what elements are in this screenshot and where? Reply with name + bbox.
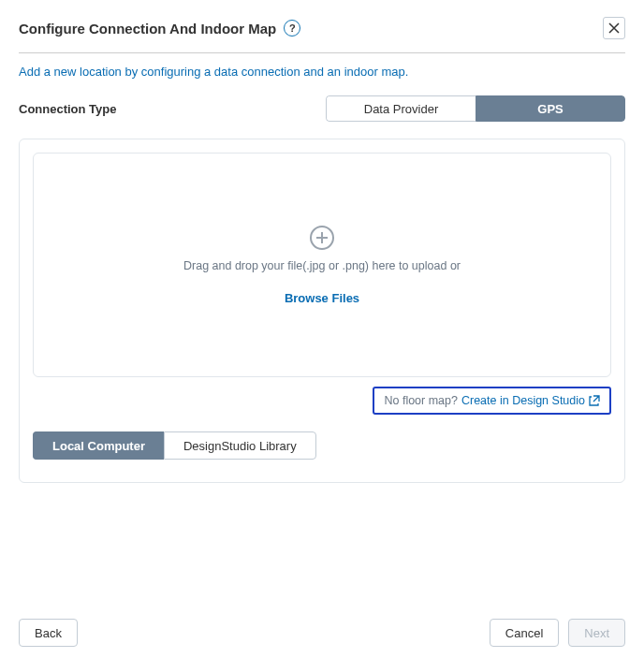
subtitle-text: Add a new location by configuring a data… bbox=[19, 65, 625, 79]
studio-link-label: Create in Design Studio bbox=[461, 394, 585, 407]
drop-instruction: Drag and drop your file(.jpg or .png) he… bbox=[183, 259, 461, 272]
connection-type-toggle: Data Provider GPS bbox=[326, 95, 625, 122]
page-title: Configure Connection And Indoor Map bbox=[19, 21, 276, 37]
create-in-design-studio-link[interactable]: Create in Design Studio bbox=[461, 394, 600, 407]
file-dropzone[interactable]: Drag and drop your file(.jpg or .png) he… bbox=[33, 153, 611, 377]
header: Configure Connection And Indoor Map ? bbox=[19, 17, 625, 39]
connection-option-gps[interactable]: GPS bbox=[476, 95, 625, 122]
design-studio-callout: No floor map? Create in Design Studio bbox=[373, 387, 611, 415]
upload-card: Drag and drop your file(.jpg or .png) he… bbox=[19, 139, 625, 483]
tab-local-computer[interactable]: Local Computer bbox=[33, 431, 164, 460]
back-button[interactable]: Back bbox=[19, 619, 78, 647]
cancel-button[interactable]: Cancel bbox=[490, 619, 559, 647]
browse-files-link[interactable]: Browse Files bbox=[285, 291, 359, 305]
add-file-icon bbox=[310, 226, 334, 250]
studio-question-text: No floor map? bbox=[384, 394, 458, 407]
external-link-icon bbox=[589, 395, 600, 406]
connection-option-data-provider[interactable]: Data Provider bbox=[326, 95, 476, 122]
close-button[interactable] bbox=[603, 17, 625, 39]
source-tabs: Local Computer DesignStudio Library bbox=[33, 431, 611, 460]
divider bbox=[19, 52, 625, 53]
close-icon bbox=[608, 22, 620, 34]
next-button: Next bbox=[568, 619, 625, 647]
tab-designstudio-library[interactable]: DesignStudio Library bbox=[164, 431, 316, 460]
connection-type-label: Connection Type bbox=[19, 102, 116, 116]
footer: Back Cancel Next bbox=[19, 619, 625, 647]
help-icon[interactable]: ? bbox=[284, 20, 300, 37]
